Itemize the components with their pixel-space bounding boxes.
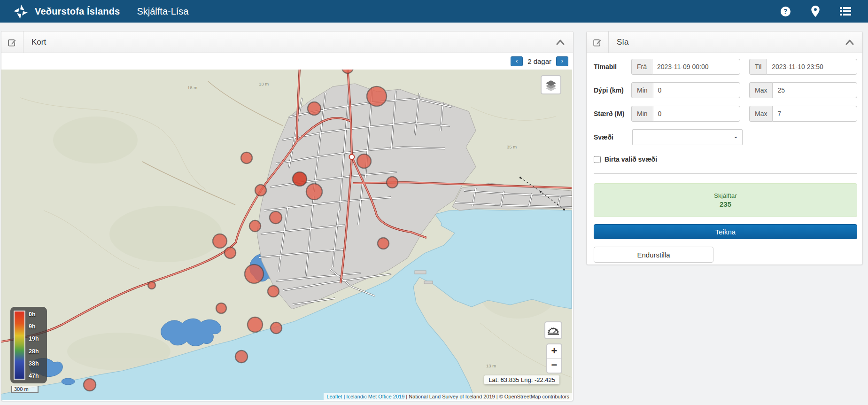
- imo-logo-icon: [12, 3, 29, 20]
- show-area-checkbox[interactable]: [594, 156, 601, 163]
- quake-marker[interactable]: [148, 281, 155, 289]
- legend-label: 9h: [29, 323, 44, 330]
- layers-control[interactable]: [541, 75, 561, 94]
- to-date-input[interactable]: [767, 59, 857, 75]
- period-label: Tímabil: [594, 63, 631, 70]
- depth-label: Dýpi (km): [594, 86, 631, 94]
- contour-label: 13 m: [486, 363, 496, 368]
- show-area-checkbox-label: Birta valið svæði: [604, 156, 657, 163]
- result-box: Skjálftar 235: [594, 183, 857, 217]
- quake-marker[interactable]: [248, 317, 263, 332]
- time-nav-label: 2 dagar: [527, 57, 551, 65]
- layers-icon: [545, 79, 557, 91]
- map-canvas: 18 m13 m35 m13 m: [1, 70, 572, 400]
- help-button[interactable]: ?: [780, 6, 791, 17]
- quake-marker[interactable]: [216, 303, 226, 313]
- age-legend: 0h9h19h28h38h47h: [10, 307, 47, 383]
- area-select[interactable]: [632, 129, 743, 145]
- map-pin-icon: [811, 6, 820, 17]
- quake-marker[interactable]: [357, 154, 371, 168]
- depth-max-input[interactable]: [772, 82, 857, 98]
- quake-marker[interactable]: [241, 152, 252, 164]
- contour-label: 13 m: [259, 81, 269, 86]
- app-title: Skjálfta-Lísa: [137, 6, 188, 17]
- quake-marker[interactable]: [235, 350, 248, 363]
- result-count: 235: [720, 200, 731, 208]
- quake-marker[interactable]: [270, 211, 282, 224]
- map-panel-icon-cell[interactable]: [1, 31, 23, 53]
- depth-max-addon: Max: [749, 82, 772, 98]
- divider: [594, 173, 857, 173]
- coords-display: Lat: 63.835 Lng: -22.425: [484, 375, 559, 384]
- contour-label: 18 m: [187, 85, 197, 90]
- depth-min-addon: Min: [631, 82, 653, 98]
- legend-label: 19h: [29, 335, 44, 342]
- zoom-out-button[interactable]: −: [547, 358, 561, 373]
- depth-min-input[interactable]: [653, 82, 740, 98]
- quake-marker[interactable]: [293, 172, 307, 186]
- quake-marker[interactable]: [367, 86, 387, 106]
- top-navbar: Veðurstofa Íslands Skjálfta-Lísa ?: [0, 0, 868, 23]
- quake-marker[interactable]: [249, 220, 261, 232]
- filter-panel: Sía Tímabil Frá Til Dýpi (km) Min: [586, 31, 863, 265]
- next-period-button[interactable]: ›: [556, 56, 568, 66]
- from-addon: Frá: [631, 59, 652, 75]
- attribution-rest: | National Land Survey of Iceland 2019 |…: [404, 394, 569, 399]
- map-panel: Kort ‹ 2 dagar ›: [1, 31, 574, 401]
- magnitude-row: Stærð (M) Min Max: [594, 106, 857, 122]
- protractor-icon: [547, 324, 559, 336]
- magnitude-max-addon: Max: [749, 106, 772, 122]
- location-button[interactable]: [810, 6, 821, 17]
- map-panel-title: Kort: [23, 38, 46, 47]
- quake-marker[interactable]: [245, 265, 264, 283]
- filter-panel-icon-cell[interactable]: [587, 31, 609, 53]
- legend-label: 28h: [29, 348, 44, 355]
- quake-marker[interactable]: [213, 234, 227, 248]
- to-addon: Til: [749, 59, 767, 75]
- legend-label: 47h: [29, 373, 44, 379]
- quake-marker[interactable]: [306, 184, 322, 200]
- map-panel-header: Kort: [1, 31, 573, 53]
- edit-icon: [593, 38, 602, 47]
- filter-panel-title: Sía: [609, 38, 629, 47]
- zoom-in-button[interactable]: +: [547, 344, 561, 358]
- zoom-control: + −: [546, 343, 562, 374]
- scale-bar: 300 m: [11, 386, 39, 393]
- leaflet-map[interactable]: 18 m13 m35 m13 m + − Lat: 63.835 Lng: -2…: [1, 70, 572, 400]
- collapse-map-panel-icon[interactable]: [556, 39, 565, 45]
- quake-marker[interactable]: [271, 322, 282, 334]
- filter-panel-header: Sía: [587, 31, 862, 53]
- map-attribution: Leaflet | Icelandic Met Office 2019 | Na…: [324, 393, 572, 400]
- menu-button[interactable]: [840, 6, 851, 17]
- legend-label: 38h: [29, 360, 44, 367]
- legend-gradient-bar: [14, 311, 25, 380]
- from-date-input[interactable]: [652, 59, 740, 75]
- quake-marker[interactable]: [387, 177, 398, 188]
- quake-marker[interactable]: [225, 247, 236, 258]
- show-area-checkbox-row: Birta valið svæði: [594, 156, 857, 163]
- time-nav: ‹ 2 dagar ›: [1, 53, 573, 70]
- depth-row: Dýpi (km) Min Max: [594, 82, 857, 98]
- attribution-sep: |: [342, 394, 346, 399]
- imo-link[interactable]: Icelandic Met Office 2019: [346, 394, 404, 399]
- quake-marker[interactable]: [268, 286, 279, 297]
- area-row: Svæði ⌄: [594, 129, 857, 145]
- prev-period-button[interactable]: ‹: [511, 56, 523, 66]
- legend-label: 0h: [29, 311, 44, 318]
- period-row: Tímabil Frá Til: [594, 59, 857, 75]
- quake-marker[interactable]: [84, 379, 96, 391]
- magnitude-max-input[interactable]: [772, 106, 857, 122]
- quake-marker[interactable]: [378, 238, 389, 249]
- quake-marker[interactable]: [255, 185, 266, 196]
- list-icon: [840, 7, 851, 16]
- measure-control[interactable]: [544, 321, 562, 339]
- contour-label: 35 m: [507, 144, 517, 149]
- draw-button[interactable]: Teikna: [594, 224, 857, 239]
- reset-button[interactable]: Endurstilla: [594, 247, 713, 263]
- leaflet-link[interactable]: Leaflet: [326, 394, 342, 399]
- magnitude-min-input[interactable]: [653, 106, 740, 122]
- magnitude-label: Stærð (M): [594, 110, 631, 117]
- area-label: Svæði: [594, 133, 632, 141]
- quake-marker[interactable]: [308, 102, 321, 115]
- collapse-filter-panel-icon[interactable]: [845, 39, 854, 45]
